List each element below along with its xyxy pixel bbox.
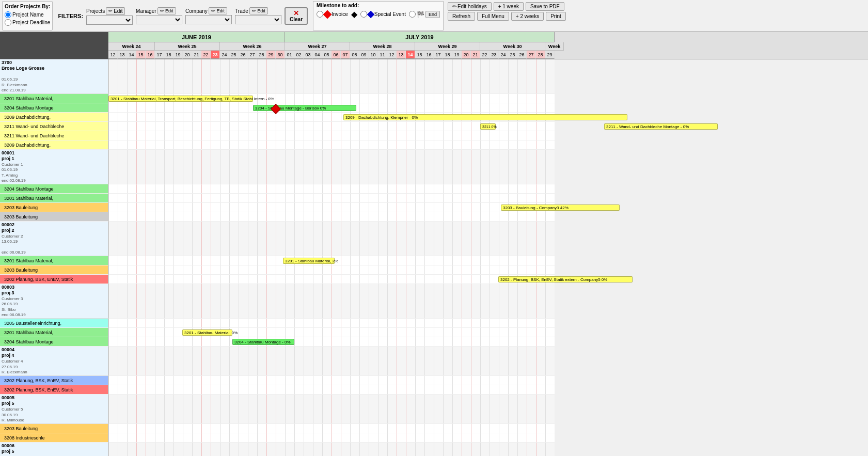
gantt-bar-00001-2[interactable]: 3203 - Bauleitung - Company3 42%: [501, 205, 620, 211]
task-label-00003-1: 3201 Stahlbau Material,: [0, 328, 108, 337]
day-7-13: 13: [397, 51, 406, 59]
task-row-3700-0: 3201 - Stahlbau Material, Transport, Bes…: [108, 94, 555, 103]
day-7-3: 03: [304, 51, 313, 59]
day-6-21: 21: [192, 51, 201, 59]
week-cell-Week27: Week 27: [285, 42, 350, 51]
week-cell-Week: Week: [545, 42, 564, 51]
end-checkered-icon: 🏁: [417, 11, 424, 18]
clear-button[interactable]: ✕ Clear: [285, 7, 308, 25]
task-label-00004-1: 3202 Planung, BSK, EnEV, Statik: [0, 385, 108, 395]
day-6-15: 15: [136, 51, 146, 59]
task-label-3700-2: 3209 Dachabdichtung,: [0, 113, 108, 122]
day-7-6: 06: [332, 51, 341, 59]
edit-holidays-button[interactable]: ✏ Edit holidays: [448, 2, 492, 11]
full-menu-label: Full Menu: [482, 13, 504, 19]
gantt-bar-3700-3211-w30[interactable]: 3211 0%: [480, 123, 496, 130]
day-7-18: 18: [443, 51, 452, 59]
milestone-section: Milestone to add: Invoice ◆ Special Even…: [313, 1, 444, 30]
day-7-24: 24: [499, 51, 508, 59]
gantt-bar-00003-1[interactable]: 3201 - Stahlbau Material, 0%: [182, 329, 232, 336]
day-7-14: 14: [406, 51, 415, 59]
action-section: ✏ Edit holidays + 1 week Save to PDF Ref…: [446, 1, 568, 30]
gantt-header: JUNE 2019JULY 2019 Week 24Week 25Week 26…: [0, 32, 868, 59]
project-info-00003: 00003proj 3Customer 326.06.19Si. Biboend…: [0, 284, 108, 319]
day-6-23: 23: [211, 51, 220, 59]
clear-label: Clear: [290, 17, 303, 22]
month-july: JULY 2019: [285, 32, 555, 42]
day-6-16: 16: [146, 51, 155, 59]
task-row-00003-0: [108, 319, 555, 328]
task-label-3700-5: 3209 Dachabdichtung,: [0, 140, 108, 150]
task-row-00004-0: [108, 376, 555, 385]
day-7-16: 16: [424, 51, 434, 59]
order-by-name-radio[interactable]: Project Name: [5, 11, 44, 18]
full-menu-button[interactable]: Full Menu: [477, 12, 509, 21]
task-label-00001-3: 3203 Bauleitung: [0, 212, 108, 222]
task-label-00002-2: 3202 Planung, BSK, EnEV, Statik: [0, 275, 108, 284]
day-6-12: 12: [108, 51, 118, 59]
gantt-bar-00003-2[interactable]: 3204 - Stahlbau Montage - 0%: [232, 339, 294, 345]
filters-label: FILTERS:: [58, 13, 83, 19]
day-6-22: 22: [201, 51, 211, 59]
filter-manager-label: Manager: [136, 8, 156, 14]
end-button[interactable]: End: [425, 11, 440, 18]
gantt-bar-00002-2[interactable]: 3202 - Planung, BSK, EnEV, Statik extern…: [498, 276, 633, 282]
refresh-button[interactable]: Refresh: [448, 12, 475, 21]
day-6-30: 30: [276, 51, 285, 59]
plus1week-button[interactable]: + 1 week: [494, 2, 524, 11]
filter-trade-select[interactable]: [235, 15, 281, 24]
filter-section: FILTERS: Projects ✏ Edit Manager ✏ Edit …: [55, 1, 311, 30]
plus2weeks-button[interactable]: + 2 weeks: [511, 12, 544, 21]
milestone-special-radio[interactable]: Special Event: [360, 11, 406, 18]
day-7-9: 09: [359, 51, 369, 59]
gantt-bar-3700-0[interactable]: 3201 - Stahlbau Material, Transport, Bes…: [108, 96, 253, 102]
filter-trade-edit[interactable]: ✏ Edit: [249, 7, 268, 14]
filter-company-select[interactable]: [185, 15, 232, 24]
special-event-diamond-icon: [367, 10, 374, 18]
task-label-3700-3: 3211 Wand- und Dachbleche: [0, 122, 108, 131]
day-6-20: 20: [183, 51, 192, 59]
week-cell-Week25: Week 25: [155, 42, 220, 51]
save-pdf-button[interactable]: Save to PDF: [526, 2, 564, 11]
order-by-section: Order Projects By: Project Name Project …: [2, 1, 53, 30]
gantt-bar-3700-2[interactable]: 3209 - Dachabdichtung, Klempner - 0%: [343, 114, 627, 120]
task-row-00001-3: [108, 212, 555, 222]
gantt-bar-00002-0[interactable]: 3201 - Stahlbau Material, 2%: [283, 258, 335, 264]
filter-manager-select[interactable]: [136, 15, 182, 24]
day-7-12: 12: [387, 51, 397, 59]
milestone-end-radio[interactable]: 🏁 End: [409, 11, 440, 18]
milestone-invoice-radio[interactable]: Invoice: [317, 11, 348, 18]
filter-manager: Manager ✏ Edit: [136, 7, 182, 24]
months-row: JUNE 2019JULY 2019: [108, 32, 868, 42]
day-7-4: 04: [313, 51, 322, 59]
print-button[interactable]: Print: [546, 12, 566, 21]
task-label-00005-1: 3208 Industriesohle: [0, 433, 108, 443]
gantt-bar-3700-1[interactable]: 3204 - Stahlbau Montage - Borisov 0%: [253, 105, 356, 111]
gantt-bar-3700-3[interactable]: 3211 - Wand- und Dachbleche Montage - 0%: [604, 123, 718, 130]
task-row-3700-4: [108, 131, 555, 140]
day-7-10: 10: [369, 51, 378, 59]
filter-trade: Trade ✏ Edit: [235, 7, 281, 24]
task-row-00002-1: [108, 265, 555, 275]
day-7-26: 26: [517, 51, 527, 59]
day-7-5: 05: [322, 51, 332, 59]
gantt-body[interactable]: 3700Brose Loge Grosse01.06.19R. Bleckman…: [0, 59, 868, 456]
gantt-timeline-header: JUNE 2019JULY 2019 Week 24Week 25Week 26…: [108, 32, 868, 59]
task-row-00003-1: 3201 - Stahlbau Material, 0%: [108, 328, 555, 337]
day-7-7: 07: [341, 51, 350, 59]
order-by-deadline-radio[interactable]: Project Deadline: [5, 19, 50, 26]
task-row-00005-0: [108, 424, 555, 433]
filter-company-edit[interactable]: ✏ Edit: [209, 7, 227, 14]
weeks-row: Week 24Week 25Week 26Week 27Week 28Week …: [108, 42, 868, 51]
project-info-00001: 00001proj 1Customer 101.06.19T. Arningen…: [0, 150, 108, 184]
filter-manager-edit[interactable]: ✏ Edit: [157, 7, 176, 14]
filter-projects-edit[interactable]: ✏ Edit: [106, 7, 125, 15]
filter-company: Company ✏ Edit: [185, 7, 232, 24]
milestone-invoice-label: Invoice: [332, 11, 348, 17]
filter-projects-select[interactable]: [86, 15, 133, 25]
invoice-diamond-icon: [323, 10, 332, 19]
day-6-25: 25: [229, 51, 239, 59]
day-7-20: 20: [462, 51, 471, 59]
day-7-2: 02: [294, 51, 304, 59]
clear-x-icon: ✕: [293, 10, 299, 17]
